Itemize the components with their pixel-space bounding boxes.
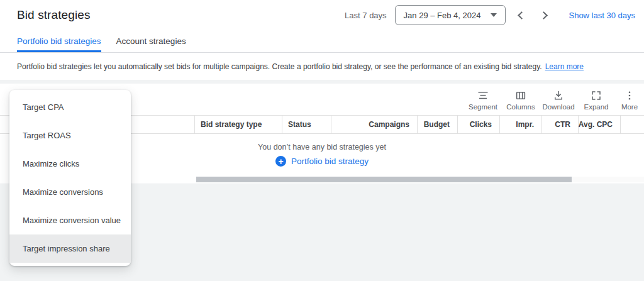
download-button-label: Download — [542, 103, 574, 111]
empty-state-message: You don’t have any bid strategies yet — [258, 143, 386, 152]
date-range-preset-label: Last 7 days — [345, 11, 387, 20]
columns-button-label: Columns — [506, 103, 535, 111]
column-header[interactable]: Impr. — [500, 116, 542, 133]
more-button[interactable]: More — [615, 89, 644, 111]
columns-icon — [515, 90, 526, 101]
tab-account-strategies[interactable]: Account strategies — [116, 30, 186, 52]
more-button-label: More — [621, 103, 638, 111]
horizontal-scrollbar-thumb[interactable] — [196, 177, 572, 182]
tab-portfolio-bid-strategies[interactable]: Portfolio bid strategies — [17, 30, 101, 52]
menu-item[interactable]: Target CPA — [9, 93, 131, 121]
segment-icon — [477, 90, 489, 101]
segment-button[interactable]: Segment — [464, 89, 502, 111]
column-header[interactable]: Avg. CPC — [579, 116, 621, 133]
show-last-30-days-link[interactable]: Show last 30 days — [569, 11, 635, 20]
column-header[interactable]: Bid strategy type — [195, 116, 282, 133]
expand-button[interactable]: Expand — [577, 89, 615, 111]
download-icon — [553, 90, 564, 101]
menu-item[interactable]: Target ROAS — [9, 121, 131, 150]
previous-period-button[interactable] — [513, 8, 528, 23]
menu-item[interactable]: Target impression share — [9, 234, 131, 263]
bid-strategy-type-menu: Target CPA Target ROAS Maximize clicks M… — [9, 90, 131, 266]
columns-button[interactable]: Columns — [502, 89, 540, 111]
tab-bar: Portfolio bid strategies Account strateg… — [0, 30, 644, 53]
column-header[interactable]: Campaigns — [331, 116, 418, 133]
add-portfolio-bid-strategy-label: Portfolio bid strategy — [291, 157, 369, 166]
menu-item[interactable]: Maximize conversions — [9, 178, 131, 206]
next-period-button[interactable] — [537, 8, 552, 23]
date-range-value: Jan 29 – Feb 4, 2024 — [404, 11, 481, 20]
top-bar: Bid strategies Last 7 days Jan 29 – Feb … — [0, 0, 644, 30]
column-header[interactable]: Budget — [418, 116, 458, 133]
more-icon — [624, 90, 635, 101]
menu-item[interactable]: Maximize clicks — [9, 150, 131, 178]
column-header-partial — [621, 116, 644, 133]
expand-icon — [591, 90, 602, 101]
segment-button-label: Segment — [469, 103, 497, 111]
column-header[interactable]: CTR — [542, 116, 579, 133]
plus-circle-icon: + — [275, 156, 286, 167]
learn-more-link[interactable]: Learn more — [545, 62, 584, 71]
description-text: Portfolio bid strategies let you automat… — [17, 62, 542, 71]
description-bar: Portfolio bid strategies let you automat… — [0, 53, 644, 80]
column-header[interactable]: Clicks — [458, 116, 500, 133]
caret-down-icon — [491, 13, 497, 17]
add-portfolio-bid-strategy-button[interactable]: + Portfolio bid strategy — [275, 156, 369, 167]
horizontal-scrollbar-track — [196, 177, 644, 182]
menu-item[interactable]: Maximize conversion value — [9, 206, 131, 234]
chevron-right-icon — [540, 11, 548, 19]
download-button[interactable]: Download — [540, 89, 577, 111]
expand-button-label: Expand — [584, 103, 608, 111]
date-range-controls: Last 7 days Jan 29 – Feb 4, 2024 Show la… — [345, 5, 635, 25]
column-header[interactable]: Status — [282, 116, 331, 133]
chevron-left-icon — [518, 11, 526, 19]
page-title: Bid strategies — [17, 8, 91, 22]
date-range-picker[interactable]: Jan 29 – Feb 4, 2024 — [395, 5, 506, 25]
